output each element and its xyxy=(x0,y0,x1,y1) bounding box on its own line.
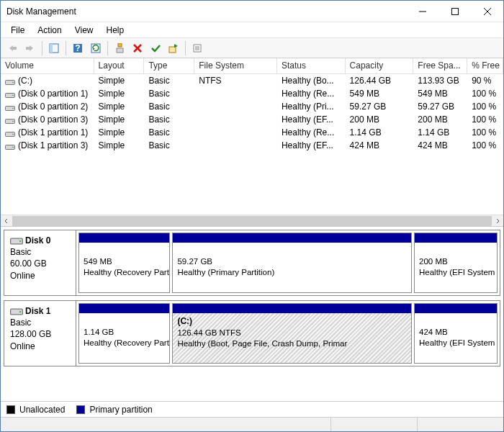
partition[interactable]: 200 MBHealthy (EFI System xyxy=(414,233,498,293)
close-button[interactable] xyxy=(471,1,503,22)
toolbar-separator xyxy=(66,41,66,55)
disk-graphic-pane: Disk 0Basic60.00 GBOnline549 MBHealthy (… xyxy=(1,227,503,401)
svg-point-29 xyxy=(12,146,14,148)
partition-bar xyxy=(79,233,169,243)
extend-button[interactable] xyxy=(165,40,182,57)
legend-swatch xyxy=(76,405,85,414)
svg-rect-13 xyxy=(169,47,176,53)
menu-view[interactable]: View xyxy=(69,24,99,37)
disk-row: Disk 0Basic60.00 GBOnline549 MBHealthy (… xyxy=(4,230,500,296)
col-free[interactable]: Free Spa... xyxy=(413,58,467,73)
back-button[interactable] xyxy=(4,40,21,57)
toolbar-separator xyxy=(107,41,108,55)
minimize-button[interactable] xyxy=(406,1,438,22)
partition-container: 1.14 GBHealthy (Recovery Partitio(C:)126… xyxy=(76,301,500,366)
col-layout[interactable]: Layout xyxy=(94,58,145,73)
menu-bar: File Action View Help xyxy=(1,22,503,38)
horizontal-scrollbar[interactable] xyxy=(1,215,503,226)
legend-unallocated: Unallocated xyxy=(6,405,65,415)
partition[interactable]: 549 MBHealthy (Recovery Partit xyxy=(78,233,170,293)
partition-body: (C:)126.44 GB NTFSHealthy (Boot, Page Fi… xyxy=(173,313,411,363)
svg-point-25 xyxy=(12,120,14,122)
menu-file[interactable]: File xyxy=(5,24,30,37)
toolbar-separator xyxy=(185,41,186,55)
legend-primary: Primary partition xyxy=(76,405,152,415)
disk-row: Disk 1Basic128.00 GBOnline1.14 GBHealthy… xyxy=(4,300,500,366)
col-type[interactable]: Type xyxy=(144,58,194,73)
svg-point-19 xyxy=(12,81,14,83)
partition[interactable]: (C:)126.44 GB NTFSHealthy (Boot, Page Fi… xyxy=(172,303,412,364)
volume-row[interactable]: (Disk 0 partition 1)SimpleBasicHealthy (… xyxy=(1,87,503,100)
legend-label: Primary partition xyxy=(89,405,152,415)
partition-body: 1.14 GBHealthy (Recovery Partitio xyxy=(79,313,169,363)
svg-rect-5 xyxy=(50,44,53,53)
volume-list-pane: Volume Layout Type File System Status Ca… xyxy=(1,58,503,227)
status-bar xyxy=(1,417,503,431)
toolbar-separator xyxy=(42,41,42,55)
delete-button[interactable] xyxy=(129,40,146,57)
col-filesystem[interactable]: File System xyxy=(194,58,277,73)
maximize-button[interactable] xyxy=(438,1,471,22)
menu-action[interactable]: Action xyxy=(32,24,67,37)
scroll-thumb[interactable] xyxy=(12,216,492,226)
partition[interactable]: 59.27 GBHealthy (Primary Partition) xyxy=(172,233,412,293)
window-title: Disk Management xyxy=(6,6,406,17)
title-bar: Disk Management xyxy=(1,1,503,22)
volume-row[interactable]: (Disk 1 partition 3)SimpleBasicHealthy (… xyxy=(1,139,503,152)
legend-label: Unallocated xyxy=(19,405,65,415)
partition-bar xyxy=(415,233,497,243)
svg-rect-9 xyxy=(118,43,122,47)
drive-icon xyxy=(5,104,15,111)
col-status[interactable]: Status xyxy=(277,58,346,73)
forward-button[interactable] xyxy=(22,40,39,57)
partition-body: 59.27 GBHealthy (Primary Partition) xyxy=(173,243,411,292)
partition-bar xyxy=(415,304,497,313)
refresh-button[interactable] xyxy=(87,40,104,57)
partition-bar xyxy=(79,304,169,313)
scroll-right-button[interactable] xyxy=(492,215,503,227)
help-button[interactable]: ? xyxy=(69,40,86,57)
svg-point-33 xyxy=(19,311,22,313)
partition-body: 424 MBHealthy (EFI System P xyxy=(415,313,497,363)
drive-icon xyxy=(5,78,15,85)
svg-rect-10 xyxy=(117,48,123,53)
svg-point-27 xyxy=(12,133,14,135)
partition-body: 200 MBHealthy (EFI System xyxy=(415,243,497,292)
scroll-left-button[interactable] xyxy=(1,215,12,227)
disk-icon xyxy=(10,236,23,246)
status-cell xyxy=(330,418,417,431)
volume-rows: (C:)SimpleBasicNTFSHealthy (Bo...126.44 … xyxy=(1,74,503,152)
partition-bar xyxy=(173,233,411,243)
status-cell xyxy=(417,418,503,431)
properties-button[interactable] xyxy=(189,40,206,57)
partition[interactable]: 424 MBHealthy (EFI System P xyxy=(414,303,498,364)
drive-icon xyxy=(5,91,15,98)
partition-container: 549 MBHealthy (Recovery Partit59.27 GBHe… xyxy=(76,230,500,295)
scroll-track[interactable] xyxy=(12,215,492,227)
disk-icon xyxy=(10,307,23,317)
show-hide-button[interactable] xyxy=(45,40,63,57)
svg-point-31 xyxy=(19,240,22,243)
svg-text:?: ? xyxy=(75,43,80,53)
disk-info[interactable]: Disk 1Basic128.00 GBOnline xyxy=(4,301,76,366)
volume-row[interactable]: (Disk 0 partition 2)SimpleBasicHealthy (… xyxy=(1,100,503,113)
drive-icon xyxy=(5,130,15,137)
col-capacity[interactable]: Capacity xyxy=(346,58,414,73)
volume-row[interactable]: (Disk 0 partition 3)SimpleBasicHealthy (… xyxy=(1,113,503,126)
settings-button[interactable] xyxy=(111,40,128,57)
partition-body: 549 MBHealthy (Recovery Partit xyxy=(79,243,169,292)
col-pct[interactable]: % Free xyxy=(467,58,503,73)
legend-swatch xyxy=(6,405,15,414)
column-headers: Volume Layout Type File System Status Ca… xyxy=(1,58,503,74)
partition-bar xyxy=(173,304,411,313)
partition[interactable]: 1.14 GBHealthy (Recovery Partitio xyxy=(78,303,170,364)
toolbar: ? xyxy=(1,38,503,58)
col-volume[interactable]: Volume xyxy=(1,58,94,73)
menu-help[interactable]: Help xyxy=(101,24,130,37)
apply-button[interactable] xyxy=(147,40,164,57)
disk-info[interactable]: Disk 0Basic60.00 GBOnline xyxy=(4,230,76,295)
volume-row[interactable]: (C:)SimpleBasicNTFSHealthy (Bo...126.44 … xyxy=(1,74,503,87)
legend: Unallocated Primary partition xyxy=(1,401,503,417)
svg-point-23 xyxy=(12,107,14,109)
volume-row[interactable]: (Disk 1 partition 1)SimpleBasicHealthy (… xyxy=(1,126,503,139)
